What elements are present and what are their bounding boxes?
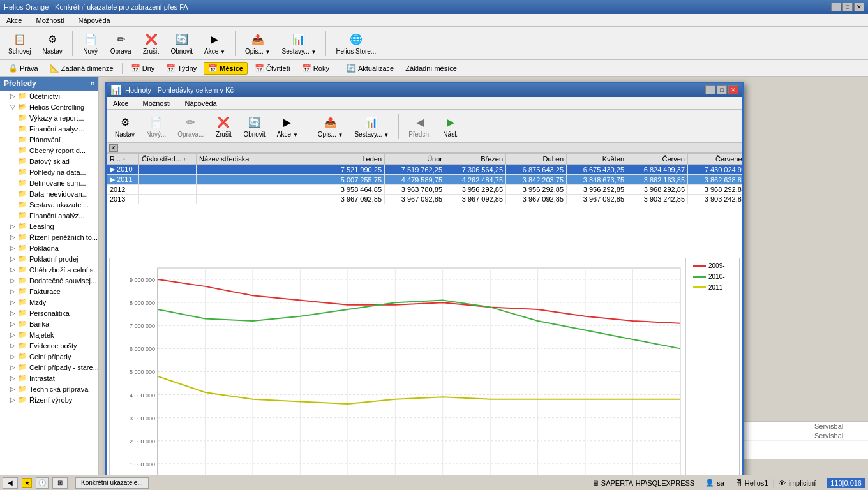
folder-icon16: 📁 bbox=[18, 255, 27, 263]
dialog-tb-akce[interactable]: ▶ Akce ▼ bbox=[273, 112, 303, 140]
sidebar-item-rizeni-vyroby[interactable]: ▷ 📁 Řízení výroby bbox=[0, 394, 98, 405]
sidebar-item-helios-controlling[interactable]: ▽ 📂 Helios Controlling bbox=[0, 101, 98, 112]
folder-icon29: 📁 bbox=[18, 396, 27, 404]
dialog-tb-sestavy[interactable]: 📊 Sestavy... ▼ bbox=[350, 112, 393, 140]
dialog-menu-moznosti[interactable]: Možnosti bbox=[138, 98, 174, 108]
dialog-oprava-icon: ✏ bbox=[183, 114, 198, 130]
toolbar-akce[interactable]: ▶ Akce ▼ bbox=[200, 29, 230, 57]
sidebar-item-vykazy[interactable]: 📁 Výkazy a report... bbox=[0, 112, 98, 123]
toolbar2: 🔒 Práva 📐 Zadaná dimenze 📅 Dny 📅 Týdny 📅… bbox=[0, 60, 868, 77]
dny-btn[interactable]: 📅 Dny bbox=[126, 62, 160, 75]
toolbar-obnovit[interactable]: 🔄 Obnovit bbox=[167, 29, 197, 57]
toolbar-schovej[interactable]: 📋 Schovej bbox=[4, 29, 36, 57]
sidebar-item-sestava[interactable]: 📁 Sestava ukazatel... bbox=[0, 199, 98, 210]
dialog-menu-napoveda[interactable]: Nápověda bbox=[181, 98, 221, 108]
ctvrtleti-btn[interactable]: 📅 Čtvrtletí bbox=[250, 62, 295, 75]
folder-icon3: 📁 bbox=[18, 114, 27, 122]
sidebar-item-dodatecne[interactable]: ▷ 📁 Dodatečné souvisej... bbox=[0, 275, 98, 286]
dialog-menu-akce[interactable]: Akce bbox=[109, 98, 132, 108]
taskbar-back-btn[interactable]: ◀ bbox=[3, 477, 18, 489]
sidebar-item-datovy-sklad[interactable]: 📁 Datový sklad bbox=[0, 156, 98, 167]
dialog-tb-novy[interactable]: 📄 Nový... bbox=[142, 112, 170, 140]
toolbar-opis[interactable]: 📤 Opis... ▼ bbox=[241, 29, 275, 57]
sidebar-item-planovani[interactable]: 📁 Plánování bbox=[0, 134, 98, 145]
sidebar-item-definovane[interactable]: 📁 Definované sum... bbox=[0, 177, 98, 188]
mesice-btn[interactable]: 📅 Měsíce bbox=[204, 62, 248, 75]
dialog-tb-oprava[interactable]: ✏ Oprava... bbox=[173, 112, 208, 140]
maximize-btn[interactable]: □ bbox=[842, 3, 853, 11]
sidebar-item-financni-analyza2[interactable]: 📁 Finanční analýz... bbox=[0, 210, 98, 221]
table-row[interactable]: ▶ 20115 007 255,754 479 589,754 262 484,… bbox=[107, 175, 743, 185]
sidebar-item-ucetnictvi[interactable]: ▷ 📁 Účetnictví bbox=[0, 91, 98, 101]
sidebar-collapse[interactable]: « bbox=[90, 79, 94, 88]
table-cell: 4 262 484,75 bbox=[445, 175, 506, 185]
toolbar-sestavy[interactable]: 📊 Sestavy... ▼ bbox=[278, 29, 321, 57]
toolbar-zrusit[interactable]: ❌ Zrušit bbox=[138, 29, 164, 57]
main-title: Helios Orange - Konkrétní ukazatele pro … bbox=[4, 3, 188, 11]
dialog-max-btn[interactable]: □ bbox=[717, 85, 727, 94]
close-btn[interactable]: ✕ bbox=[854, 3, 864, 11]
sidebar-item-obeh[interactable]: ▷ 📁 Oběh zboží a celní s... bbox=[0, 264, 98, 275]
table-row[interactable]: 20133 967 092,853 967 092,853 967 092,85… bbox=[107, 195, 743, 204]
zadana-dimenze-btn[interactable]: 📐 Zadaná dimenze bbox=[45, 62, 118, 75]
sidebar-item-data-neevidovane[interactable]: 📁 Data neevidovan... bbox=[0, 188, 98, 199]
sidebar-item-technicka[interactable]: ▷ 📁 Technická příprava bbox=[0, 383, 98, 394]
sidebar-item-obecny[interactable]: 📁 Obecný report d... bbox=[0, 145, 98, 156]
sidebar-item-personalitika[interactable]: ▷ 📁 Personalitika bbox=[0, 308, 98, 318]
sidebar-item-pohledy[interactable]: 📁 Pohledy na data... bbox=[0, 167, 98, 177]
sidebar-item-fakturace[interactable]: ▷ 📁 Fakturace bbox=[0, 286, 98, 297]
dialog-tb-zrusit[interactable]: ❌ Zrušit bbox=[211, 112, 236, 140]
sidebar-item-intrastat[interactable]: ▷ 📁 Intrastat bbox=[0, 373, 98, 383]
sidebar-item-pokladna[interactable]: ▷ 📁 Pokladna bbox=[0, 242, 98, 253]
toolbar-novy[interactable]: 📄 Nový bbox=[78, 29, 103, 57]
prava-btn[interactable]: 🔒 Práva bbox=[4, 62, 43, 75]
sidebar-item-rizeni-pen[interactable]: ▷ 📁 Řízení peněžních to... bbox=[0, 232, 98, 242]
taskbar-star[interactable]: ★ bbox=[22, 478, 32, 488]
folder-icon11: 📁 bbox=[18, 200, 27, 209]
table-cell: 2013 bbox=[107, 195, 139, 204]
dialog-tb-predch[interactable]: ◀ Předch. bbox=[404, 112, 435, 140]
taskbar-apps-btn[interactable]: ⊞ bbox=[52, 477, 68, 489]
folder-icon2: 📂 bbox=[18, 103, 27, 111]
minimize-btn[interactable]: _ bbox=[831, 3, 841, 11]
table-cell: 2012 bbox=[107, 185, 139, 195]
table-row[interactable]: 20123 958 464,853 963 780,853 956 292,85… bbox=[107, 185, 743, 195]
toolbar-helios[interactable]: 🌐 Helios Store... bbox=[331, 29, 380, 57]
dialog-close-btn[interactable]: ✕ bbox=[728, 85, 738, 94]
zakladni-mesice-btn[interactable]: Základní měsíce bbox=[401, 62, 461, 75]
aktualizace-btn[interactable]: 🔄 Aktualizace bbox=[342, 62, 398, 75]
table-scroll[interactable]: R... ↑ Číslo střed... ↑ Název střediska … bbox=[107, 153, 742, 255]
toolbar-nastav[interactable]: ⚙ Nastav bbox=[38, 29, 67, 57]
sidebar-item-banka[interactable]: ▷ 📁 Banka bbox=[0, 318, 98, 329]
dialog-tb-nasl[interactable]: ▶ Násl. bbox=[438, 112, 463, 140]
legend-item-green: 2010- bbox=[693, 273, 725, 280]
sidebar-item-mzdy[interactable]: ▷ 📁 Mzdy bbox=[0, 297, 98, 308]
close-x-btn[interactable]: ✕ bbox=[109, 144, 118, 152]
sidebar-item-majetek[interactable]: ▷ 📁 Majetek bbox=[0, 329, 98, 340]
dialog-min-btn[interactable]: _ bbox=[705, 85, 715, 94]
menu-akce[interactable]: Akce bbox=[3, 15, 26, 26]
svg-text:7 000 000: 7 000 000 bbox=[130, 323, 155, 329]
toolbar-oprava[interactable]: ✏ Oprava bbox=[106, 29, 136, 57]
dialog-tb-obnovit[interactable]: 🔄 Obnovit bbox=[239, 112, 269, 140]
sidebar-item-celni[interactable]: ▷ 📁 Celní případy bbox=[0, 351, 98, 362]
table-cell: 3 967 092,85 bbox=[506, 195, 567, 204]
col-nazev: Název střediska bbox=[197, 154, 324, 165]
sidebar-item-pokladni[interactable]: ▷ 📁 Pokladní prodej bbox=[0, 253, 98, 264]
taskbar-clock-btn[interactable]: 🕐 bbox=[36, 477, 49, 489]
sidebar-item-leasing[interactable]: ▷ 📁 Leasing bbox=[0, 221, 98, 232]
menu-napoveda[interactable]: Nápověda bbox=[75, 15, 114, 26]
dialog-tb-opis[interactable]: 📤 Opis... ▼ bbox=[313, 112, 348, 140]
table-row[interactable]: ▶ 20107 521 990,257 519 762,257 306 564,… bbox=[107, 165, 743, 175]
main-status-user: 👤 sa bbox=[705, 479, 730, 487]
sidebar-item-financni-analyza[interactable]: 📁 Finanční analyz... bbox=[0, 123, 98, 134]
tydny-btn[interactable]: 📅 Týdny bbox=[161, 62, 201, 75]
menu-moznosti[interactable]: Možnosti bbox=[32, 15, 68, 26]
taskbar-main-item[interactable]: Konkrétní ukazatele... bbox=[75, 477, 149, 489]
main-status-server: 🖥 SAPERTA-HP\SQLEXPRESS bbox=[592, 479, 700, 487]
sidebar-item-evidence[interactable]: ▷ 📁 Evidence pošty bbox=[0, 340, 98, 351]
main-server-icon: 🖥 bbox=[592, 479, 599, 487]
roky-btn[interactable]: 📅 Roky bbox=[297, 62, 334, 75]
dialog-tb-nastav[interactable]: ⚙ Nastav bbox=[110, 112, 139, 140]
sidebar-item-celni-stare[interactable]: ▷ 📁 Celní případy - stare... bbox=[0, 362, 98, 373]
